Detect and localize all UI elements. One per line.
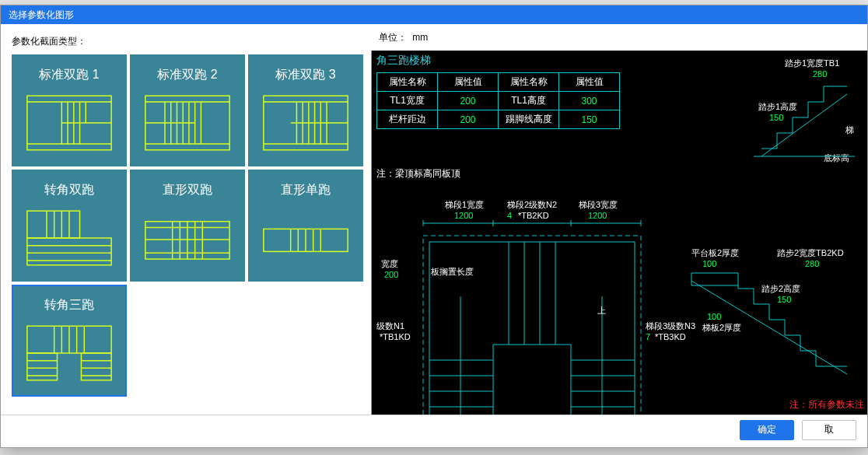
unit-value: mm <box>412 32 428 43</box>
option-card[interactable]: 标准双跑 2 <box>130 54 245 166</box>
svg-text:*TB1KD: *TB1KD <box>380 332 411 341</box>
unit-row: 单位： mm <box>371 24 867 51</box>
option-card[interactable]: 标准双跑 3 <box>248 54 363 166</box>
prop-value: 200 <box>438 92 499 110</box>
table-header: 属性名称 <box>377 73 438 92</box>
svg-text:150: 150 <box>777 295 791 304</box>
svg-text:踏步1宽度TB1: 踏步1宽度TB1 <box>785 58 839 68</box>
svg-text:1200: 1200 <box>454 211 473 220</box>
option-label: 转角三跑 <box>13 297 125 313</box>
svg-text:280: 280 <box>813 69 827 79</box>
svg-text:上: 上 <box>597 306 606 315</box>
svg-text:踏步1高度: 踏步1高度 <box>758 102 797 111</box>
cad-preview[interactable]: 角三跑楼梯 属性名称 属性值 属性名称 属性值 TL1宽度 200 TL1高度 … <box>371 51 867 415</box>
prop-value: 300 <box>559 92 620 110</box>
svg-text:1200: 1200 <box>588 211 607 220</box>
note-bottom: 注：所有参数未注 <box>789 398 864 411</box>
preview-title: 角三跑楼梯 <box>376 54 431 68</box>
stair-thumb-icon <box>24 322 114 384</box>
svg-rect-82 <box>423 236 641 415</box>
table-header: 属性值 <box>438 73 499 92</box>
option-label: 标准双跑 1 <box>13 67 125 83</box>
svg-text:梯段1宽度: 梯段1宽度 <box>444 200 484 209</box>
option-card[interactable]: 标准双跑 1 <box>12 54 127 166</box>
section-type-label: 参数化截面类型： <box>12 35 360 48</box>
svg-text:7: 7 <box>646 332 650 341</box>
svg-text:*TB2KD: *TB2KD <box>518 211 549 220</box>
option-card[interactable]: 转角双跑 <box>12 170 127 282</box>
prop-value: 150 <box>559 110 620 129</box>
svg-rect-30 <box>27 211 80 238</box>
svg-text:踏步2高度: 踏步2高度 <box>761 284 800 293</box>
prop-value: 200 <box>438 110 499 129</box>
option-label: 标准双跑 2 <box>131 67 243 83</box>
option-grid: 标准双跑 1 <box>12 54 360 397</box>
svg-text:100: 100 <box>707 312 721 321</box>
svg-text:梯板2厚度: 梯板2厚度 <box>702 323 741 332</box>
option-label: 标准双跑 3 <box>250 67 362 83</box>
elevation-drawing-icon: 踏步1宽度TB1 280 踏步1高度 150 梯 底标高 平台板2厚度 100 … <box>660 55 863 415</box>
option-card[interactable]: 转角三跑 <box>12 285 127 397</box>
svg-text:100: 100 <box>702 259 716 268</box>
svg-text:4: 4 <box>507 211 512 220</box>
dialog-footer: 确定 取 <box>1 415 867 444</box>
svg-text:梯段2级数N2: 梯段2级数N2 <box>506 200 557 209</box>
option-card[interactable]: 直形双跑 <box>130 170 245 282</box>
svg-text:级数N1: 级数N1 <box>376 321 404 331</box>
right-pane: 单位： mm 角三跑楼梯 属性名称 属性值 属性名称 属性值 TL1宽度 200… <box>371 24 867 415</box>
option-label: 直形单跑 <box>250 182 362 198</box>
stair-thumb-icon <box>261 207 351 269</box>
option-card[interactable]: 直形单跑 <box>248 170 363 282</box>
svg-text:梯段3宽度: 梯段3宽度 <box>578 200 618 209</box>
svg-text:踏步2宽度TB2KD: 踏步2宽度TB2KD <box>777 248 844 257</box>
property-table: 属性名称 属性值 属性名称 属性值 TL1宽度 200 TL1高度 300 栏杆… <box>376 72 620 129</box>
prop-name: TL1高度 <box>499 92 559 110</box>
svg-text:梯: 梯 <box>845 125 854 135</box>
prop-name: TL1宽度 <box>377 92 438 110</box>
svg-text:板搁置长度: 板搁置长度 <box>430 267 474 276</box>
dialog-title: 选择参数化图形 <box>1 5 867 24</box>
ok-button[interactable]: 确定 <box>740 420 794 440</box>
cancel-button[interactable]: 取 <box>802 420 856 440</box>
stair-thumb-icon <box>261 92 351 154</box>
stair-thumb-icon <box>142 207 233 269</box>
svg-text:280: 280 <box>805 259 819 268</box>
prop-name: 栏杆距边 <box>377 110 438 129</box>
prop-name: 踢脚线高度 <box>499 110 559 129</box>
unit-label: 单位： <box>379 24 410 51</box>
svg-text:宽度: 宽度 <box>381 259 398 268</box>
svg-text:150: 150 <box>769 113 783 122</box>
parametric-dialog: 选择参数化图形 参数化截面类型： 标准双跑 1 <box>0 5 868 448</box>
stair-thumb-icon <box>24 207 114 269</box>
option-label: 直形双跑 <box>131 182 243 198</box>
svg-text:平台板2厚度: 平台板2厚度 <box>691 248 739 257</box>
table-header: 属性名称 <box>499 73 559 92</box>
option-label: 转角双跑 <box>13 182 125 198</box>
svg-text:底标高: 底标高 <box>824 153 849 163</box>
stair-thumb-icon <box>24 92 114 154</box>
table-header: 属性值 <box>559 73 620 92</box>
svg-text:200: 200 <box>384 270 398 279</box>
stair-thumb-icon <box>142 92 233 154</box>
dialog-content: 参数化截面类型： 标准双跑 1 <box>1 24 867 415</box>
note-top: 注：梁顶标高同板顶 <box>376 167 460 180</box>
left-pane: 参数化截面类型： 标准双跑 1 <box>1 24 371 415</box>
